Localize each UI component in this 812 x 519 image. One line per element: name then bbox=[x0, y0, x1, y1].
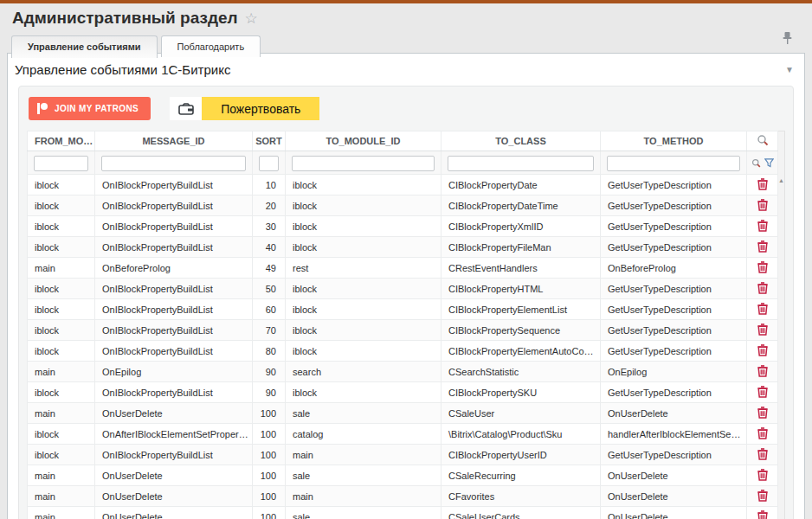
cell-to_method: OnUserDelete bbox=[601, 403, 747, 424]
cell-sort: 30 bbox=[253, 216, 286, 237]
favorite-star-icon[interactable]: ☆ bbox=[245, 10, 258, 28]
cell-message_id: OnIBlockPropertyBuildList bbox=[95, 175, 253, 195]
delete-cell bbox=[747, 465, 778, 486]
cell-to_module_id: search bbox=[286, 362, 441, 382]
delete-row-button[interactable] bbox=[757, 469, 768, 481]
cell-to_class: CIBlockPropertyDate bbox=[441, 175, 601, 195]
table-row: iblockOnIBlockPropertyBuildList20iblockC… bbox=[28, 195, 778, 216]
cell-message_id: OnUserDelete bbox=[95, 507, 253, 519]
delete-cell bbox=[747, 216, 778, 237]
cell-sort: 100 bbox=[253, 507, 286, 519]
cell-to_method: OnUserDelete bbox=[601, 507, 747, 519]
delete-row-button[interactable] bbox=[757, 365, 768, 377]
cell-to_module_id: sale bbox=[286, 403, 441, 424]
delete-row-button[interactable] bbox=[757, 407, 768, 419]
filter-to-class-input[interactable] bbox=[448, 156, 594, 171]
join-patrons-button[interactable]: JOIN MY PATRONS bbox=[29, 97, 151, 120]
collapse-chevron-down-icon[interactable]: ▼ bbox=[785, 65, 794, 74]
cell-sort: 60 bbox=[253, 299, 286, 320]
filter-message-id-input[interactable] bbox=[101, 156, 246, 171]
cell-sort: 10 bbox=[253, 175, 286, 195]
donate-button-group[interactable]: Пожертвовать bbox=[170, 97, 319, 120]
delete-row-button[interactable] bbox=[757, 324, 768, 336]
cell-to_class: CRestEventHandlers bbox=[441, 258, 601, 279]
cell-sort: 40 bbox=[253, 237, 286, 258]
cell-message_id: OnIBlockPropertyBuildList bbox=[95, 195, 253, 216]
panel-header: Управление событиями 1С-Битрикс ▼ bbox=[8, 54, 804, 84]
cell-to_module_id: main bbox=[286, 486, 441, 507]
delete-cell bbox=[747, 175, 778, 195]
cell-message_id: OnIBlockPropertyBuildList bbox=[95, 445, 253, 465]
col-header-to-method[interactable]: TO_METHOD bbox=[601, 131, 747, 151]
table-row: iblockOnIBlockPropertyBuildList80iblockC… bbox=[28, 341, 778, 362]
delete-row-button[interactable] bbox=[757, 240, 768, 253]
donate-button[interactable]: Пожертвовать bbox=[202, 97, 319, 120]
vertical-scrollbar[interactable]: ▲ bbox=[778, 131, 785, 519]
col-header-message-id[interactable]: MESSAGE_ID bbox=[95, 131, 253, 151]
cell-to_class: CIBlockPropertyXmlID bbox=[441, 216, 601, 237]
cell-to_class: CSaleUser bbox=[441, 403, 601, 424]
cell-sort: 100 bbox=[253, 486, 286, 507]
delete-row-button[interactable] bbox=[757, 490, 768, 502]
cell-to_method: handlerAfterIblockElementSetPropertyValu… bbox=[601, 424, 747, 445]
search-icon[interactable] bbox=[757, 134, 769, 146]
delete-row-button[interactable] bbox=[757, 282, 768, 294]
delete-row-button[interactable] bbox=[757, 386, 768, 398]
patreon-button-label: JOIN MY PATRONS bbox=[55, 104, 139, 113]
apply-filter-search-icon[interactable] bbox=[751, 158, 761, 168]
cell-to_method: OnUserDelete bbox=[601, 486, 747, 507]
filter-sort-input[interactable] bbox=[259, 156, 279, 171]
delete-row-button[interactable] bbox=[757, 303, 768, 315]
delete-row-button[interactable] bbox=[757, 261, 768, 273]
delete-row-button[interactable] bbox=[757, 448, 768, 460]
col-header-sort[interactable]: SORT bbox=[253, 131, 286, 151]
cell-from_module_id: iblock bbox=[28, 279, 95, 299]
cell-message_id: OnIBlockPropertyBuildList bbox=[95, 216, 253, 237]
cell-message_id: OnUserDelete bbox=[95, 403, 253, 424]
delete-row-button[interactable] bbox=[757, 427, 768, 439]
cell-to_method: OnBeforeProlog bbox=[601, 258, 747, 279]
filter-to-method-input[interactable] bbox=[607, 156, 740, 171]
scroll-up-arrow-icon[interactable]: ▲ bbox=[778, 177, 784, 183]
col-header-to-module-id[interactable]: TO_MODULE_ID bbox=[286, 131, 441, 151]
table-row: mainOnUserDelete100saleCSaleUserCardsOnU… bbox=[28, 507, 778, 519]
col-header-from-module-id[interactable]: FROM_MODULE_ID bbox=[28, 131, 95, 151]
table-row: iblockOnIBlockPropertyBuildList40iblockC… bbox=[28, 237, 778, 258]
cell-to_class: CIBlockPropertyHTML bbox=[441, 279, 601, 299]
cell-from_module_id: iblock bbox=[28, 237, 95, 258]
tab-thanks[interactable]: Поблагодарить bbox=[161, 35, 261, 57]
filter-from-module-id-input[interactable] bbox=[34, 156, 88, 171]
cell-to_method: GetUserTypeDescription bbox=[601, 279, 747, 299]
tab-bar: Управление событиями Поблагодарить bbox=[0, 35, 812, 57]
tab-label: Поблагодарить bbox=[177, 42, 245, 52]
grid-container: JOIN MY PATRONS Пожертвовать bbox=[18, 86, 794, 519]
filter-to-module-id-input[interactable] bbox=[292, 156, 435, 171]
filter-funnel-icon[interactable] bbox=[764, 158, 774, 168]
delete-cell bbox=[747, 382, 778, 403]
table-row: iblockOnIBlockPropertyBuildList30iblockC… bbox=[28, 216, 778, 237]
delete-row-button[interactable] bbox=[757, 220, 768, 232]
grid-wrap: FROM_MODULE_ID MESSAGE_ID SORT TO_MODULE… bbox=[27, 131, 785, 519]
cell-to_module_id: main bbox=[286, 445, 441, 465]
cell-from_module_id: iblock bbox=[28, 299, 95, 320]
delete-cell bbox=[747, 445, 778, 465]
cell-sort: 90 bbox=[253, 382, 286, 403]
cell-from_module_id: main bbox=[28, 465, 95, 486]
cell-sort: 80 bbox=[253, 341, 286, 362]
cell-to_method: GetUserTypeDescription bbox=[601, 382, 747, 403]
cell-message_id: OnIBlockPropertyBuildList bbox=[95, 299, 253, 320]
table-row: iblockOnIBlockPropertyBuildList60iblockC… bbox=[28, 299, 778, 320]
col-header-to-class[interactable]: TO_CLASS bbox=[441, 131, 601, 151]
delete-row-button[interactable] bbox=[757, 344, 768, 356]
toolbar: JOIN MY PATRONS Пожертвовать bbox=[29, 97, 785, 120]
table-row: iblockOnAfterIBlockElementSetPropertyVal… bbox=[28, 424, 778, 445]
page-header: Административный раздел ☆ bbox=[0, 3, 812, 28]
tab-event-management[interactable]: Управление событиями bbox=[11, 35, 158, 58]
delete-row-button[interactable] bbox=[757, 178, 768, 190]
cell-from_module_id: main bbox=[28, 362, 95, 382]
cell-from_module_id: main bbox=[28, 507, 95, 519]
cell-from_module_id: main bbox=[28, 486, 95, 507]
delete-row-button[interactable] bbox=[757, 510, 768, 519]
delete-row-button[interactable] bbox=[757, 199, 768, 211]
page-title: Административный раздел bbox=[12, 9, 238, 28]
